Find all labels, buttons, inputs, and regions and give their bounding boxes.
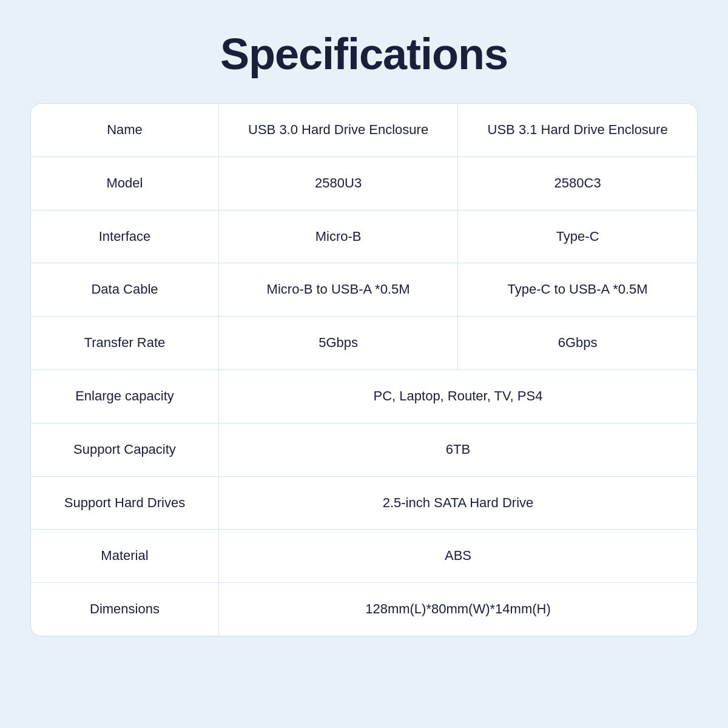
table-row: Enlarge capacityPC, Laptop, Router, TV, …	[31, 369, 697, 423]
row-label: Interface	[31, 210, 218, 263]
row-merged-value: PC, Laptop, Router, TV, PS4	[218, 369, 697, 423]
row-col2-value: 2580C3	[458, 157, 697, 210]
page-title: Specifications	[220, 29, 508, 79]
table-row: Data CableMicro-B to USB-A *0.5MType-C t…	[31, 263, 697, 317]
row-col1-value: USB 3.0 Hard Drive Enclosure	[218, 104, 457, 157]
specs-table: NameUSB 3.0 Hard Drive EnclosureUSB 3.1 …	[31, 104, 697, 636]
row-label: Support Capacity	[31, 423, 218, 476]
table-row: Model2580U32580C3	[31, 157, 697, 210]
table-row: Support Capacity6TB	[31, 423, 697, 476]
table-row: InterfaceMicro-BType-C	[31, 210, 697, 263]
specs-table-container: NameUSB 3.0 Hard Drive EnclosureUSB 3.1 …	[30, 103, 698, 636]
row-col2-value: Type-C to USB-A *0.5M	[458, 263, 697, 317]
row-col2-value: 6Gbps	[458, 317, 697, 370]
row-label: Dimensions	[31, 583, 218, 636]
row-label: Enlarge capacity	[31, 369, 218, 423]
row-col2-value: USB 3.1 Hard Drive Enclosure	[458, 104, 697, 157]
row-col1-value: Micro-B to USB-A *0.5M	[218, 263, 457, 317]
row-col1-value: Micro-B	[218, 210, 457, 263]
row-merged-value: 2.5-inch SATA Hard Drive	[218, 476, 697, 530]
table-row: MaterialABS	[31, 530, 697, 583]
table-row: NameUSB 3.0 Hard Drive EnclosureUSB 3.1 …	[31, 104, 697, 157]
row-label: Model	[31, 157, 218, 210]
row-col1-value: 5Gbps	[218, 317, 457, 370]
table-row: Transfer Rate5Gbps6Gbps	[31, 317, 697, 370]
row-label: Material	[31, 530, 218, 583]
row-label: Data Cable	[31, 263, 218, 317]
row-label: Support Hard Drives	[31, 476, 218, 530]
row-label: Name	[31, 104, 218, 157]
table-row: Dimensions128mm(L)*80mm(W)*14mm(H)	[31, 583, 697, 636]
row-label: Transfer Rate	[31, 317, 218, 370]
row-col1-value: 2580U3	[218, 157, 457, 210]
row-merged-value: ABS	[218, 530, 697, 583]
row-merged-value: 6TB	[218, 423, 697, 476]
row-col2-value: Type-C	[458, 210, 697, 263]
table-row: Support Hard Drives2.5-inch SATA Hard Dr…	[31, 476, 697, 530]
row-merged-value: 128mm(L)*80mm(W)*14mm(H)	[218, 583, 697, 636]
